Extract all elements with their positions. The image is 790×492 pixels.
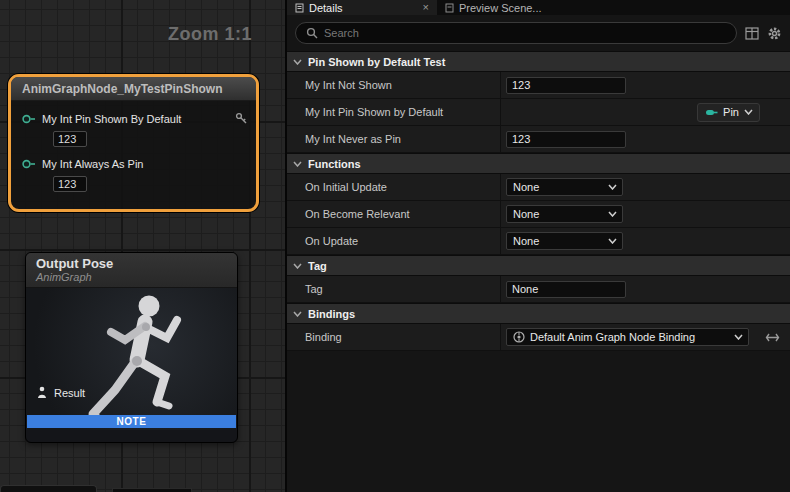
tab-preview-scene[interactable]: Preview Scene... — [437, 0, 550, 15]
dropdown-value: None — [513, 208, 608, 220]
partial-node[interactable] — [0, 485, 97, 492]
section-bindings: Bindings Binding Default Anim Graph Node… — [287, 303, 790, 351]
property-row: My Int Pin Shown by Default Pin — [287, 99, 790, 126]
chevron-down-icon — [293, 59, 302, 65]
bind-arrows-icon[interactable] — [765, 332, 780, 343]
output-pose-node[interactable]: Output Pose AnimGraph — [25, 252, 238, 443]
property-label: Tag — [287, 276, 500, 302]
tab-label: Details — [309, 2, 343, 14]
dropdown-value: None — [513, 235, 608, 247]
pin-value-input[interactable] — [53, 131, 87, 147]
chevron-down-icon — [293, 161, 302, 167]
anim-graph-editor[interactable]: Zoom 1:1 AnimGraphNode_MyTestPinShown My… — [0, 0, 286, 492]
key-icon[interactable] — [235, 112, 248, 125]
pin-label: My Int Always As Pin — [42, 158, 248, 170]
property-row: Tag — [287, 276, 790, 303]
node-title[interactable]: AnimGraphNode_MyTestPinShown — [11, 77, 256, 101]
details-toolbar — [287, 15, 790, 51]
zoom-level-label: Zoom 1:1 — [168, 24, 252, 45]
property-row: Binding Default Anim Graph Node Binding — [287, 324, 790, 351]
tab-details[interactable]: Details × — [287, 0, 437, 15]
partial-node[interactable] — [112, 488, 192, 492]
close-icon[interactable]: × — [423, 2, 429, 13]
section-header[interactable]: Functions — [287, 153, 790, 174]
chevron-down-icon — [608, 211, 617, 217]
search-box[interactable] — [295, 22, 737, 44]
settings-gear-icon[interactable] — [767, 26, 782, 41]
section-header[interactable]: Pin Shown by Default Test — [287, 51, 790, 72]
column-view-icon[interactable] — [745, 27, 759, 40]
chevron-down-icon — [734, 334, 743, 340]
function-dropdown[interactable]: None — [506, 205, 623, 223]
details-empty-area — [287, 351, 790, 492]
property-value — [500, 276, 790, 302]
pin-value-input[interactable] — [53, 176, 87, 192]
property-row: On Update None — [287, 228, 790, 255]
section-pin-shown-by-default-test: Pin Shown by Default Test My Int Not Sho… — [287, 51, 790, 153]
function-dropdown[interactable]: None — [506, 232, 623, 250]
property-row: My Int Never as Pin — [287, 126, 790, 153]
pin-label: My Int Pin Shown By Default — [42, 113, 235, 125]
int-input[interactable] — [506, 131, 626, 148]
property-value: None — [500, 228, 790, 254]
pin-row: My Int Pin Shown By Default — [21, 112, 248, 125]
property-row: My Int Not Shown — [287, 72, 790, 99]
property-label: Binding — [287, 324, 500, 350]
anim-graph-test-node[interactable]: AnimGraphNode_MyTestPinShown My Int Pin … — [8, 74, 259, 212]
node-subtitle: AnimGraph — [36, 271, 227, 283]
property-label: On Update — [287, 228, 500, 254]
node-header[interactable]: Output Pose AnimGraph — [26, 253, 237, 288]
property-label: On Become Relevant — [287, 201, 500, 227]
section-title: Pin Shown by Default Test — [308, 56, 445, 68]
property-value: Pin — [500, 99, 790, 125]
section-functions: Functions On Initial Update None On Beco… — [287, 153, 790, 255]
search-icon — [306, 27, 318, 39]
search-input[interactable] — [324, 27, 726, 39]
tag-input[interactable] — [506, 281, 626, 298]
mannequin-image — [71, 288, 221, 430]
property-label: My Int Never as Pin — [287, 126, 500, 152]
pin-row: My Int Always As Pin — [21, 158, 248, 170]
unreal-editor-window: Zoom 1:1 AnimGraphNode_MyTestPinShown My… — [0, 0, 790, 492]
chevron-down-icon — [608, 184, 617, 190]
int-pin-icon[interactable] — [21, 158, 36, 170]
property-value — [500, 72, 790, 98]
tab-label: Preview Scene... — [459, 2, 542, 14]
int-pin-icon[interactable] — [21, 113, 36, 125]
property-value: None — [500, 174, 790, 200]
section-header[interactable]: Tag — [287, 255, 790, 276]
property-label: My Int Not Shown — [287, 72, 500, 98]
chevron-down-icon — [744, 109, 753, 115]
property-row: On Initial Update None — [287, 174, 790, 201]
dropdown-value: Default Anim Graph Node Binding — [530, 331, 729, 343]
binding-class-icon — [513, 331, 525, 343]
node-body: Result NOTE — [26, 288, 237, 430]
property-value — [500, 126, 790, 152]
property-row: On Become Relevant None — [287, 201, 790, 228]
chevron-down-icon — [293, 311, 302, 317]
section-title: Tag — [308, 260, 327, 272]
section-header[interactable]: Bindings — [287, 303, 790, 324]
property-label: On Initial Update — [287, 174, 500, 200]
function-dropdown[interactable]: None — [506, 178, 623, 196]
binding-dropdown[interactable]: Default Anim Graph Node Binding — [506, 328, 749, 346]
section-tag: Tag Tag — [287, 255, 790, 303]
details-panel: Details × Preview Scene... — [287, 0, 790, 492]
dropdown-value: None — [513, 181, 608, 193]
int-input[interactable] — [506, 77, 626, 94]
pin-dropdown-button[interactable]: Pin — [697, 103, 760, 122]
section-title: Functions — [308, 158, 361, 170]
details-tab-icon — [295, 3, 304, 13]
property-value: Default Anim Graph Node Binding — [500, 324, 790, 350]
pose-pin-icon[interactable] — [36, 386, 48, 399]
property-label: My Int Pin Shown by Default — [287, 99, 500, 125]
pin-icon — [705, 108, 718, 117]
section-title: Bindings — [308, 308, 355, 320]
tab-bar: Details × Preview Scene... — [287, 0, 790, 15]
property-value: None — [500, 201, 790, 227]
preview-tab-icon — [445, 3, 454, 13]
pin-button-label: Pin — [723, 106, 739, 118]
result-pin-row[interactable]: Result — [36, 386, 85, 399]
note-banner[interactable]: NOTE — [27, 415, 236, 428]
result-pin-label: Result — [54, 387, 85, 399]
